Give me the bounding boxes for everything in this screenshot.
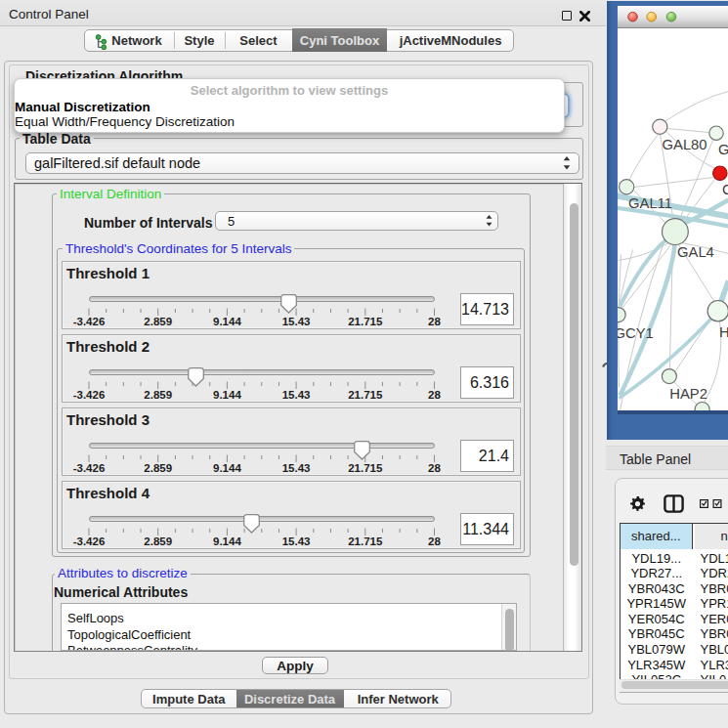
svg-text:HAP2: HAP2 [669,386,707,402]
svg-text:GCY1: GCY1 [618,324,654,340]
svg-text:GAL4: GAL4 [677,243,714,259]
svg-text:GA: GA [718,142,728,157]
svg-text:GAL80: GAL80 [662,137,707,152]
svg-text:GAL11: GAL11 [628,195,672,211]
svg-text:H: H [719,324,728,340]
svg-text:C: C [722,182,728,197]
